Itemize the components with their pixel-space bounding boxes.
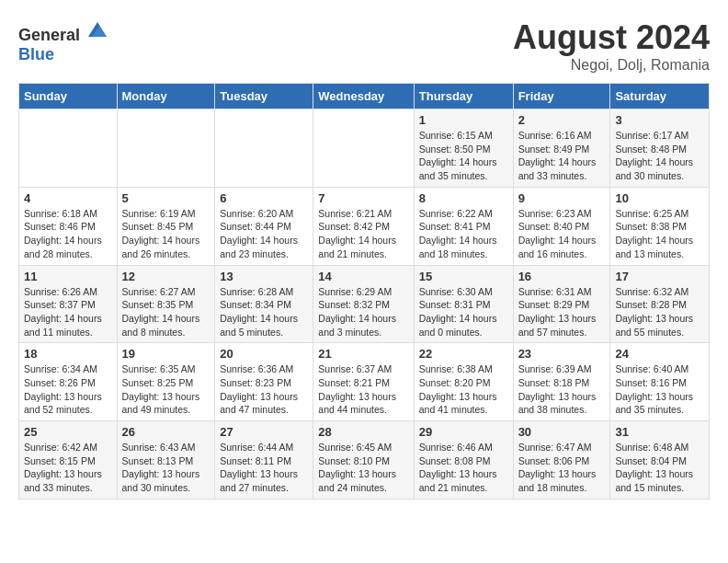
calendar-week-4: 18Sunrise: 6:34 AM Sunset: 8:26 PM Dayli… xyxy=(19,343,710,421)
day-header-thursday: Thursday xyxy=(414,84,513,109)
day-info: Sunrise: 6:46 AM Sunset: 8:08 PM Dayligh… xyxy=(419,441,508,495)
calendar-cell: 26Sunrise: 6:43 AM Sunset: 8:13 PM Dayli… xyxy=(117,421,215,500)
day-number: 4 xyxy=(24,191,112,205)
day-info: Sunrise: 6:48 AM Sunset: 8:04 PM Dayligh… xyxy=(615,441,704,495)
logo-blue: Blue xyxy=(18,45,54,63)
day-header-wednesday: Wednesday xyxy=(313,84,414,109)
day-number: 18 xyxy=(24,347,112,361)
calendar-cell: 22Sunrise: 6:38 AM Sunset: 8:20 PM Dayli… xyxy=(414,343,513,421)
day-info: Sunrise: 6:21 AM Sunset: 8:42 PM Dayligh… xyxy=(318,207,408,261)
calendar-cell: 30Sunrise: 6:47 AM Sunset: 8:06 PM Dayli… xyxy=(513,421,610,500)
day-info: Sunrise: 6:18 AM Sunset: 8:46 PM Dayligh… xyxy=(24,207,112,261)
day-number: 14 xyxy=(318,270,408,283)
calendar-cell: 20Sunrise: 6:36 AM Sunset: 8:23 PM Dayli… xyxy=(215,343,313,421)
location: Negoi, Dolj, Romania xyxy=(513,57,710,74)
logo-text: General Blue xyxy=(18,18,108,64)
day-header-sunday: Sunday xyxy=(19,84,118,109)
calendar-cell xyxy=(19,109,118,188)
calendar-cell: 10Sunrise: 6:25 AM Sunset: 8:38 PM Dayli… xyxy=(610,187,710,265)
calendar-cell: 12Sunrise: 6:27 AM Sunset: 8:35 PM Dayli… xyxy=(117,265,215,343)
calendar-cell: 15Sunrise: 6:30 AM Sunset: 8:31 PM Dayli… xyxy=(414,265,513,343)
calendar-cell: 28Sunrise: 6:45 AM Sunset: 8:10 PM Dayli… xyxy=(313,421,414,500)
logo-general: General xyxy=(18,26,80,44)
day-info: Sunrise: 6:20 AM Sunset: 8:44 PM Dayligh… xyxy=(220,207,308,261)
day-number: 30 xyxy=(518,425,606,439)
calendar-cell: 29Sunrise: 6:46 AM Sunset: 8:08 PM Dayli… xyxy=(414,421,513,500)
calendar-cell: 16Sunrise: 6:31 AM Sunset: 8:29 PM Dayli… xyxy=(513,265,610,343)
page-header: General Blue August 2024 Negoi, Dolj, Ro… xyxy=(18,18,710,74)
day-info: Sunrise: 6:29 AM Sunset: 8:32 PM Dayligh… xyxy=(318,285,408,339)
calendar-cell xyxy=(313,109,414,188)
calendar-cell: 4Sunrise: 6:18 AM Sunset: 8:46 PM Daylig… xyxy=(19,187,118,265)
day-info: Sunrise: 6:47 AM Sunset: 8:06 PM Dayligh… xyxy=(518,441,606,495)
calendar-cell: 9Sunrise: 6:23 AM Sunset: 8:40 PM Daylig… xyxy=(513,187,610,265)
day-info: Sunrise: 6:25 AM Sunset: 8:38 PM Dayligh… xyxy=(615,207,704,261)
day-info: Sunrise: 6:16 AM Sunset: 8:49 PM Dayligh… xyxy=(518,129,606,183)
calendar-cell: 7Sunrise: 6:21 AM Sunset: 8:42 PM Daylig… xyxy=(313,187,414,265)
day-info: Sunrise: 6:39 AM Sunset: 8:18 PM Dayligh… xyxy=(518,362,606,417)
day-number: 26 xyxy=(122,425,210,439)
calendar-week-2: 4Sunrise: 6:18 AM Sunset: 8:46 PM Daylig… xyxy=(19,187,710,265)
calendar-cell: 5Sunrise: 6:19 AM Sunset: 8:45 PM Daylig… xyxy=(117,187,215,265)
day-number: 25 xyxy=(24,425,112,439)
day-number: 15 xyxy=(419,270,508,283)
calendar-cell xyxy=(117,109,215,188)
calendar-week-5: 25Sunrise: 6:42 AM Sunset: 8:15 PM Dayli… xyxy=(19,421,710,500)
calendar-cell: 25Sunrise: 6:42 AM Sunset: 8:15 PM Dayli… xyxy=(19,421,118,500)
day-info: Sunrise: 6:28 AM Sunset: 8:34 PM Dayligh… xyxy=(220,285,308,339)
calendar-cell: 8Sunrise: 6:22 AM Sunset: 8:41 PM Daylig… xyxy=(414,187,513,265)
day-number: 17 xyxy=(615,270,704,283)
title-area: August 2024 Negoi, Dolj, Romania xyxy=(513,18,710,74)
calendar-cell: 6Sunrise: 6:20 AM Sunset: 8:44 PM Daylig… xyxy=(215,187,313,265)
calendar-cell xyxy=(215,109,313,188)
calendar-cell: 23Sunrise: 6:39 AM Sunset: 8:18 PM Dayli… xyxy=(513,343,610,421)
logo-icon xyxy=(86,18,108,40)
day-info: Sunrise: 6:15 AM Sunset: 8:50 PM Dayligh… xyxy=(419,129,508,183)
calendar-cell: 2Sunrise: 6:16 AM Sunset: 8:49 PM Daylig… xyxy=(513,109,610,188)
day-number: 9 xyxy=(518,191,606,205)
calendar-cell: 14Sunrise: 6:29 AM Sunset: 8:32 PM Dayli… xyxy=(313,265,414,343)
day-number: 20 xyxy=(220,347,308,361)
days-header-row: SundayMondayTuesdayWednesdayThursdayFrid… xyxy=(19,84,710,109)
day-number: 8 xyxy=(419,191,508,205)
calendar-cell: 24Sunrise: 6:40 AM Sunset: 8:16 PM Dayli… xyxy=(610,343,710,421)
day-number: 10 xyxy=(615,191,704,205)
day-info: Sunrise: 6:30 AM Sunset: 8:31 PM Dayligh… xyxy=(419,285,508,339)
day-number: 29 xyxy=(419,425,508,439)
logo: General Blue xyxy=(18,18,108,64)
day-info: Sunrise: 6:36 AM Sunset: 8:23 PM Dayligh… xyxy=(220,362,308,417)
day-info: Sunrise: 6:27 AM Sunset: 8:35 PM Dayligh… xyxy=(122,285,210,339)
calendar-cell: 31Sunrise: 6:48 AM Sunset: 8:04 PM Dayli… xyxy=(610,421,710,500)
day-number: 5 xyxy=(122,191,210,205)
day-number: 2 xyxy=(518,113,606,127)
day-number: 21 xyxy=(318,347,408,361)
day-number: 22 xyxy=(419,347,508,361)
day-info: Sunrise: 6:17 AM Sunset: 8:48 PM Dayligh… xyxy=(615,129,704,183)
day-info: Sunrise: 6:38 AM Sunset: 8:20 PM Dayligh… xyxy=(419,362,508,417)
day-number: 23 xyxy=(518,347,606,361)
calendar-cell: 13Sunrise: 6:28 AM Sunset: 8:34 PM Dayli… xyxy=(215,265,313,343)
day-number: 13 xyxy=(220,270,308,283)
day-number: 28 xyxy=(318,425,408,439)
day-number: 27 xyxy=(220,425,308,439)
day-header-friday: Friday xyxy=(513,84,610,109)
day-info: Sunrise: 6:34 AM Sunset: 8:26 PM Dayligh… xyxy=(24,362,112,417)
day-number: 31 xyxy=(615,425,704,439)
day-number: 11 xyxy=(24,270,112,283)
calendar-table: SundayMondayTuesdayWednesdayThursdayFrid… xyxy=(18,83,710,500)
day-number: 7 xyxy=(318,191,408,205)
calendar-cell: 1Sunrise: 6:15 AM Sunset: 8:50 PM Daylig… xyxy=(414,109,513,188)
calendar-cell: 27Sunrise: 6:44 AM Sunset: 8:11 PM Dayli… xyxy=(215,421,313,500)
day-info: Sunrise: 6:22 AM Sunset: 8:41 PM Dayligh… xyxy=(419,207,508,261)
calendar-cell: 11Sunrise: 6:26 AM Sunset: 8:37 PM Dayli… xyxy=(19,265,118,343)
calendar-cell: 19Sunrise: 6:35 AM Sunset: 8:25 PM Dayli… xyxy=(117,343,215,421)
day-info: Sunrise: 6:43 AM Sunset: 8:13 PM Dayligh… xyxy=(122,441,210,495)
day-info: Sunrise: 6:31 AM Sunset: 8:29 PM Dayligh… xyxy=(518,285,606,339)
day-header-monday: Monday xyxy=(117,84,215,109)
month-year: August 2024 xyxy=(513,18,710,57)
day-info: Sunrise: 6:32 AM Sunset: 8:28 PM Dayligh… xyxy=(615,285,704,339)
day-info: Sunrise: 6:42 AM Sunset: 8:15 PM Dayligh… xyxy=(24,441,112,495)
day-info: Sunrise: 6:44 AM Sunset: 8:11 PM Dayligh… xyxy=(220,441,308,495)
calendar-cell: 18Sunrise: 6:34 AM Sunset: 8:26 PM Dayli… xyxy=(19,343,118,421)
day-info: Sunrise: 6:40 AM Sunset: 8:16 PM Dayligh… xyxy=(615,362,704,417)
